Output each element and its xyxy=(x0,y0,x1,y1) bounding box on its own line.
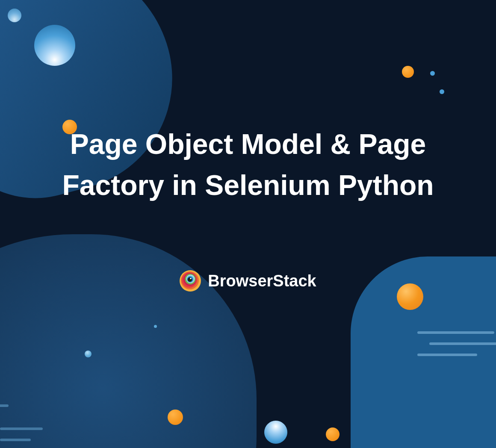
brand-name: BrowserStack xyxy=(208,272,316,290)
decorative-dot xyxy=(154,325,157,328)
page-title: Page Object Model & Page Factory in Sele… xyxy=(0,124,496,206)
brand-container: BrowserStack xyxy=(0,270,496,292)
browserstack-logo-icon xyxy=(180,270,201,292)
svg-point-9 xyxy=(190,278,192,279)
svg-point-8 xyxy=(188,277,192,282)
decorative-dot xyxy=(402,66,414,78)
decorative-lines xyxy=(0,427,43,448)
decorative-dot xyxy=(440,89,444,94)
decorative-dot xyxy=(168,410,183,425)
decorative-circle xyxy=(8,9,21,22)
decorative-dot xyxy=(85,351,92,357)
decorative-dot xyxy=(326,427,340,441)
decorative-blob xyxy=(0,234,257,448)
decorative-lines xyxy=(417,331,496,365)
decorative-circle xyxy=(264,421,287,444)
decorative-circle xyxy=(34,25,75,66)
decorative-lines xyxy=(0,393,9,416)
decorative-dot xyxy=(430,71,435,76)
